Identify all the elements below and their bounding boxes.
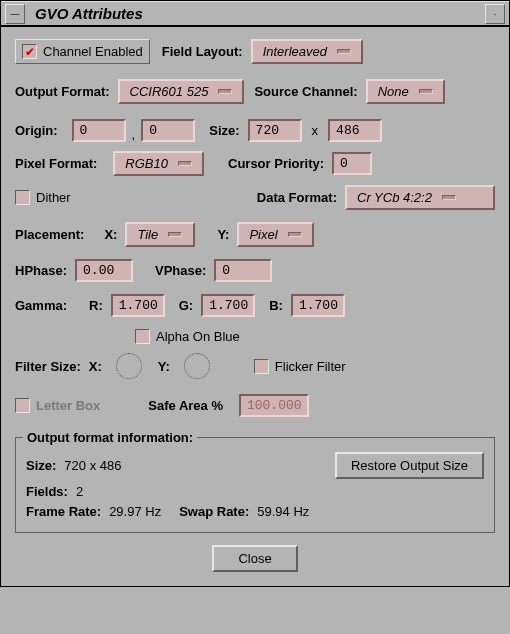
origin-label: Origin: (15, 123, 66, 138)
origin-comma: , (126, 127, 142, 142)
gamma-b-input[interactable]: 1.700 (291, 294, 345, 317)
flicker-filter-checkbox[interactable] (254, 359, 269, 374)
info-frame-value: 29.97 Hz (109, 504, 161, 519)
gamma-r-label: R: (89, 298, 111, 313)
filter-size-x-label: X: (89, 359, 110, 374)
menu-icon: — (11, 9, 20, 19)
placement-x-dropdown[interactable]: Tile (125, 222, 195, 247)
dropdown-icon (442, 195, 456, 200)
filter-size-x-dial[interactable] (116, 353, 142, 379)
info-size-label: Size: (26, 458, 64, 473)
source-channel-value: None (378, 84, 409, 99)
titlebar: — GVO Attributes · (1, 1, 509, 27)
restore-output-size-label: Restore Output Size (351, 458, 468, 473)
window-menu-button[interactable]: — (5, 4, 25, 24)
flicker-filter-label: Flicker Filter (275, 359, 346, 374)
info-frame-label: Frame Rate: (26, 504, 109, 519)
channel-enabled-label: Channel Enabled (43, 44, 143, 59)
info-fields-label: Fields: (26, 484, 76, 499)
output-info-legend: Output format information: (23, 430, 197, 445)
alpha-on-blue-checkbox[interactable] (135, 329, 150, 344)
filter-size-y-dial[interactable] (184, 353, 210, 379)
letter-box-label: Letter Box (36, 398, 100, 413)
source-channel-label: Source Channel: (254, 84, 365, 99)
data-format-value: Cr YCb 4:2:2 (357, 190, 432, 205)
filter-size-label: Filter Size: (15, 359, 89, 374)
dither-checkbox[interactable] (15, 190, 30, 205)
channel-enabled-checkbox[interactable]: Channel Enabled (15, 39, 150, 64)
cursor-priority-label: Cursor Priority: (228, 156, 332, 171)
safe-area-input[interactable]: 100.000 (239, 394, 309, 417)
placement-y-label: Y: (217, 227, 237, 242)
placement-x-value: Tile (137, 227, 158, 242)
hphase-input[interactable]: 0.00 (75, 259, 133, 282)
placement-label: Placement: (15, 227, 92, 242)
dot-icon: · (494, 9, 497, 19)
vphase-input[interactable]: 0 (214, 259, 272, 282)
gamma-label: Gamma: (15, 298, 75, 313)
pixel-format-value: RGB10 (125, 156, 168, 171)
size-label: Size: (209, 123, 247, 138)
output-format-dropdown[interactable]: CCIR601 525 (118, 79, 245, 104)
dropdown-icon (288, 232, 302, 237)
window-title: GVO Attributes (29, 5, 481, 22)
origin-y-input[interactable]: 0 (141, 119, 195, 142)
dropdown-icon (218, 89, 232, 94)
dropdown-icon (168, 232, 182, 237)
output-info-group: Output format information: Size: 720 x 4… (15, 437, 495, 533)
placement-y-value: Pixel (249, 227, 277, 242)
gamma-r-input[interactable]: 1.700 (111, 294, 165, 317)
dropdown-icon (178, 161, 192, 166)
data-format-dropdown[interactable]: Cr YCb 4:2:2 (345, 185, 495, 210)
close-button-label: Close (238, 551, 271, 566)
field-layout-dropdown[interactable]: Interleaved (251, 39, 363, 64)
size-width-input[interactable]: 720 (248, 119, 302, 142)
dropdown-icon (337, 49, 351, 54)
placement-y-dropdown[interactable]: Pixel (237, 222, 313, 247)
filter-size-y-label: Y: (158, 359, 178, 374)
origin-x-input[interactable]: 0 (72, 119, 126, 142)
placement-x-label: X: (104, 227, 125, 242)
checkbox-icon (22, 44, 37, 59)
output-format-value: CCIR601 525 (130, 84, 209, 99)
dither-label: Dither (36, 190, 71, 205)
info-swap-label: Swap Rate: (179, 504, 257, 519)
size-x-glyph: x (302, 123, 329, 138)
pixel-format-dropdown[interactable]: RGB10 (113, 151, 204, 176)
hphase-label: HPhase: (15, 263, 75, 278)
size-height-input[interactable]: 486 (328, 119, 382, 142)
gamma-g-input[interactable]: 1.700 (201, 294, 255, 317)
gvo-attributes-window: — GVO Attributes · Channel Enabled Field… (0, 0, 510, 587)
info-swap-value: 59.94 Hz (257, 504, 309, 519)
gamma-b-label: B: (269, 298, 291, 313)
data-format-label: Data Format: (257, 190, 345, 205)
pixel-format-label: Pixel Format: (15, 156, 105, 171)
alpha-on-blue-label: Alpha On Blue (156, 329, 240, 344)
vphase-label: VPhase: (155, 263, 214, 278)
source-channel-dropdown[interactable]: None (366, 79, 445, 104)
close-button[interactable]: Close (212, 545, 297, 572)
safe-area-label: Safe Area % (148, 398, 231, 413)
dropdown-icon (419, 89, 433, 94)
gamma-g-label: G: (179, 298, 201, 313)
info-fields-value: 2 (76, 484, 83, 499)
minimize-button[interactable]: · (485, 4, 505, 24)
field-layout-value: Interleaved (263, 44, 327, 59)
cursor-priority-input[interactable]: 0 (332, 152, 372, 175)
restore-output-size-button[interactable]: Restore Output Size (335, 452, 484, 479)
output-format-label: Output Format: (15, 84, 118, 99)
field-layout-label: Field Layout: (162, 44, 251, 59)
letter-box-checkbox[interactable] (15, 398, 30, 413)
info-size-value: 720 x 486 (64, 458, 121, 473)
